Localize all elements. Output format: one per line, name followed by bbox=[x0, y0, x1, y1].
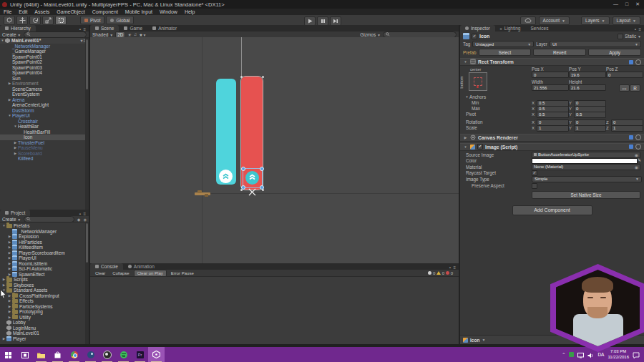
project-row[interactable]: ▶Utility bbox=[0, 315, 89, 321]
console-clear-on-play-button[interactable]: Clear on Play bbox=[134, 270, 167, 277]
search-by-label-icon[interactable]: ◈ bbox=[83, 217, 87, 222]
hierarchy-row[interactable]: SpawnPoint04 bbox=[0, 70, 89, 76]
tab-animation[interactable]: Animation bbox=[123, 263, 160, 270]
hierarchy-row[interactable]: ▶PauseMenu bbox=[0, 145, 89, 151]
hierarchy-create-button[interactable]: Create ▼ bbox=[2, 32, 21, 37]
pause-button[interactable] bbox=[317, 16, 328, 26]
scene-audio-toggle-icon[interactable]: ♫ bbox=[134, 32, 137, 36]
gear-icon[interactable] bbox=[635, 134, 641, 140]
static-checkbox[interactable] bbox=[618, 34, 623, 39]
project-row[interactable]: ▶SpawnEffect bbox=[0, 272, 89, 278]
info-count[interactable]: 0 bbox=[428, 271, 435, 275]
start-button[interactable] bbox=[0, 347, 16, 362]
hierarchy-row[interactable]: _GameManager bbox=[0, 49, 89, 54]
foldout-arrow[interactable]: ▶ bbox=[7, 240, 12, 244]
hierarchy-row[interactable]: Crosshair bbox=[0, 119, 89, 124]
hierarchy-row[interactable]: SceneCamera bbox=[0, 87, 89, 92]
gizmos-dropdown[interactable]: Gizmos ▼ bbox=[360, 32, 381, 37]
gear-icon[interactable] bbox=[635, 59, 641, 65]
maximize-button[interactable]: □ bbox=[625, 1, 628, 7]
move-tool-button[interactable] bbox=[16, 16, 28, 25]
console-error-pause-button[interactable]: Error Pause bbox=[168, 270, 197, 276]
foldout-arrow[interactable]: ▼ bbox=[463, 145, 468, 149]
rect-handle[interactable] bbox=[240, 76, 243, 78]
scene-effects-dropdown-icon[interactable]: ★▼ bbox=[139, 32, 146, 37]
menu-help[interactable]: Help bbox=[181, 9, 198, 14]
foldout-arrow[interactable]: ▶ bbox=[7, 235, 12, 238]
hierarchy-row[interactable]: Killfeed bbox=[0, 156, 89, 162]
scale-x-field[interactable]: 1 bbox=[537, 125, 569, 132]
foldout-arrow[interactable]: ▶ bbox=[13, 146, 18, 150]
tab-lighting[interactable]: ≡ Lighting bbox=[495, 25, 526, 31]
tag-dropdown[interactable]: Untagged▼ bbox=[472, 41, 534, 47]
action-center-icon[interactable] bbox=[633, 348, 640, 361]
rect-corner-handle[interactable] bbox=[260, 167, 264, 171]
panel-menu-icon[interactable]: ▪ ≡ bbox=[635, 27, 642, 31]
canvas-renderer-header[interactable]: ▶ Canvas Renderer bbox=[460, 134, 644, 142]
scale-tool-button[interactable] bbox=[42, 16, 54, 25]
minimize-button[interactable]: — bbox=[613, 1, 618, 7]
hierarchy-row[interactable]: DustStorm bbox=[0, 108, 89, 114]
image-component-header[interactable]: ▼ ✓ Image (Script) bbox=[460, 143, 644, 151]
foldout-arrow[interactable]: ▼ bbox=[1, 224, 6, 228]
project-row[interactable]: ▶HitParticles bbox=[0, 240, 89, 245]
rect-corner-handle[interactable] bbox=[241, 167, 245, 171]
panel-menu-icon[interactable]: ▪ ≡ bbox=[79, 212, 87, 216]
hierarchy-row[interactable]: ▼HealthBar bbox=[0, 124, 89, 129]
scale-z-field[interactable]: 1 bbox=[611, 125, 643, 132]
prefab-select-button[interactable]: Select bbox=[479, 49, 532, 56]
foldout-arrow[interactable]: ▶ bbox=[13, 141, 18, 145]
eyedropper-icon[interactable]: ✎ bbox=[638, 157, 641, 162]
menu-assets[interactable]: Assets bbox=[31, 9, 53, 14]
console-clear-button[interactable]: Clear bbox=[92, 270, 108, 276]
foldout-arrow[interactable]: ▶ bbox=[1, 283, 6, 287]
security-tray-icon[interactable] bbox=[569, 352, 574, 357]
preserve-aspect-checkbox[interactable] bbox=[532, 183, 537, 189]
reference-icon[interactable] bbox=[629, 135, 633, 140]
collab-cloud-button[interactable] bbox=[520, 16, 536, 25]
hierarchy-row[interactable]: ▶Arena bbox=[0, 97, 89, 103]
rect-corner-handle[interactable] bbox=[260, 185, 264, 190]
project-row[interactable]: ▶Player bbox=[0, 336, 89, 342]
foldout-arrow[interactable]: ▶ bbox=[1, 278, 6, 281]
health-icon-badge[interactable] bbox=[245, 171, 259, 185]
menu-file[interactable]: File bbox=[0, 9, 15, 14]
foldout-arrow[interactable]: ▶ bbox=[7, 251, 12, 255]
foldout-arrow[interactable]: ▼ bbox=[463, 60, 468, 64]
console-collapse-button[interactable]: Collapse bbox=[109, 270, 132, 276]
hierarchy-row[interactable]: SpawnPoint03 bbox=[0, 65, 89, 71]
step-button[interactable] bbox=[330, 16, 341, 26]
hierarchy-row[interactable]: ▶Environment bbox=[0, 81, 89, 87]
clock[interactable]: 7:03 PM 11/22/2016 bbox=[608, 349, 629, 361]
expand-icon[interactable]: ▼ bbox=[482, 338, 485, 342]
hierarchy-row[interactable]: Sun bbox=[0, 76, 89, 82]
reference-icon[interactable] bbox=[629, 60, 633, 64]
height-field[interactable]: 21.6 bbox=[569, 84, 606, 91]
tab-console[interactable]: Console bbox=[90, 263, 123, 270]
rect-corner-handle[interactable] bbox=[241, 185, 245, 190]
hierarchy-row[interactable]: SpawnPoint01 bbox=[0, 54, 89, 60]
obs-button[interactable] bbox=[99, 347, 115, 362]
raycast-target-checkbox[interactable]: ✓ bbox=[532, 170, 537, 176]
foldout-arrow[interactable]: ▶ bbox=[7, 305, 12, 308]
project-row[interactable]: ▶KillfeedItem bbox=[0, 245, 89, 250]
prefab-revert-button[interactable]: Revert bbox=[533, 49, 586, 56]
anchor-preset-button[interactable] bbox=[469, 72, 487, 91]
file-explorer-button[interactable] bbox=[33, 347, 49, 362]
pos-z-field[interactable]: 0 bbox=[606, 72, 643, 78]
tab-services[interactable]: Services bbox=[525, 25, 553, 31]
search-by-type-icon[interactable]: ◆ bbox=[77, 217, 81, 222]
spotify-button[interactable] bbox=[115, 347, 132, 362]
project-row[interactable]: Lobby bbox=[0, 320, 89, 326]
pos-x-field[interactable]: 0 bbox=[532, 72, 569, 78]
thruster-fuel-bar[interactable] bbox=[216, 79, 236, 185]
foldout-arrow[interactable]: ▶ bbox=[7, 267, 12, 270]
hierarchy-row[interactable]: ArenaCenterLight bbox=[0, 102, 89, 108]
scene-lighting-toggle-icon[interactable]: ☀ bbox=[127, 32, 131, 37]
error-count[interactable]: 0 bbox=[446, 271, 453, 275]
rect-transform-header[interactable]: ▼ Rect Transform bbox=[460, 58, 644, 66]
foldout-arrow[interactable]: ▼ bbox=[13, 124, 18, 128]
foldout-arrow[interactable]: ▶ bbox=[7, 273, 12, 276]
menu-window[interactable]: Window bbox=[156, 9, 181, 14]
set-native-size-button[interactable]: Set Native Size bbox=[532, 191, 640, 199]
